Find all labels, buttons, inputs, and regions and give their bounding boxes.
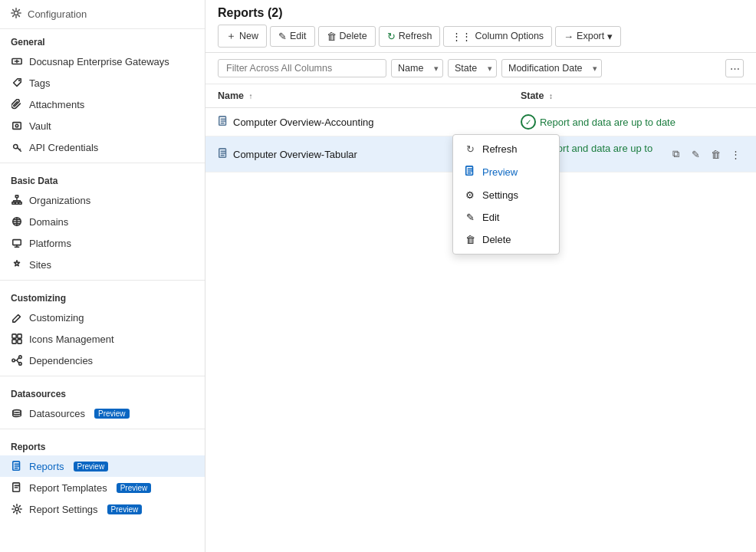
sidebar-item-report-templates[interactable]: Report Templates Preview [0, 477, 205, 498]
column-options-button[interactable]: ⋮⋮ Column Options [443, 26, 552, 47]
attachment-icon [11, 98, 23, 110]
new-label: New [239, 31, 258, 41]
sidebar-item-domains[interactable]: Domains [0, 211, 205, 232]
row-name-cell: Computer Overview-Accounting [205, 108, 508, 136]
context-menu-preview[interactable]: Preview [453, 160, 559, 184]
sidebar-item-attachments[interactable]: Attachments [0, 94, 205, 115]
svg-point-19 [13, 410, 21, 413]
context-menu-refresh[interactable]: ↻ Refresh [453, 138, 559, 160]
export-label: Export [577, 31, 604, 41]
main-header: Reports (2) ＋ New ✎ Edit 🗑 Delete ↻ Refr… [205, 0, 756, 53]
delete-label: Delete [340, 31, 367, 41]
plus-icon: ＋ [226, 29, 236, 43]
date-filter-select[interactable]: Modification Date [501, 59, 602, 77]
svg-rect-11 [13, 240, 21, 245]
sidebar-item-dependencies[interactable]: Dependencies [0, 350, 205, 371]
row-report-icon [218, 116, 228, 129]
context-item-label: Edit [482, 212, 499, 223]
context-menu-delete[interactable]: 🗑 Delete [453, 228, 559, 251]
state-filter-select[interactable]: State [448, 59, 497, 77]
state-filter-wrap: State [448, 59, 497, 77]
row-actions: ⧉ ✎ 🗑 ⋮ [667, 146, 744, 163]
row-name: Computer Overview-Accounting [233, 117, 374, 128]
sidebar-item-label: Customizing [29, 312, 84, 324]
reports-preview-badge: Preview [74, 462, 109, 472]
state-column-header[interactable]: State ↕ [508, 84, 756, 108]
filter-input[interactable] [218, 59, 386, 77]
date-filter-wrap: Modification Date [501, 59, 602, 77]
table-row[interactable]: Computer Overview-Accounting Report and … [205, 108, 756, 136]
svg-point-4 [15, 124, 18, 127]
sidebar-item-sites[interactable]: Sites [0, 254, 205, 275]
context-menu: ↻ Refresh Preview ⚙ Settings ✎ Edit 🗑 De… [452, 134, 560, 255]
domain-icon [11, 215, 23, 228]
org-icon [11, 194, 23, 206]
divider-3 [0, 376, 205, 376]
name-column-header[interactable]: Name ↑ [205, 84, 508, 108]
refresh-button[interactable]: ↻ Refresh [379, 26, 441, 47]
svg-rect-15 [18, 340, 21, 343]
column-options-label: Column Options [475, 31, 544, 41]
svg-point-5 [14, 145, 18, 149]
sidebar-item-customizing[interactable]: Customizing [0, 307, 205, 328]
section-reports: Reports [0, 434, 205, 455]
sidebar-item-label: Attachments [29, 99, 84, 110]
datasources-preview-badge: Preview [94, 409, 130, 419]
sidebar-item-label: Docusnap Enterprise Gateways [29, 56, 169, 67]
sidebar-item-reports[interactable]: Reports Preview [0, 455, 205, 477]
key-icon [11, 141, 23, 153]
new-button[interactable]: ＋ New [218, 25, 267, 48]
sidebar-item-tags[interactable]: Tags [0, 72, 205, 94]
sidebar-item-vault[interactable]: Vault [0, 115, 205, 136]
export-button[interactable]: → Export ▾ [555, 26, 621, 47]
divider-2 [0, 280, 205, 281]
preview-icon [464, 166, 476, 179]
sidebar-item-platforms[interactable]: Platforms [0, 232, 205, 254]
row-delete-button[interactable]: 🗑 [707, 146, 724, 163]
svg-point-0 [14, 11, 18, 15]
sidebar-item-label: Reports [29, 461, 64, 472]
row-more-button[interactable]: ⋮ [727, 146, 744, 163]
sidebar-item-enterprise-gateways[interactable]: Docusnap Enterprise Gateways [0, 51, 205, 72]
sidebar-item-api-credentials[interactable]: API Credentials [0, 136, 205, 158]
toolbar: ＋ New ✎ Edit 🗑 Delete ↻ Refresh ⋮⋮ Colum… [218, 25, 744, 48]
sidebar-item-icons-management[interactable]: Icons Management [0, 328, 205, 350]
sidebar-item-report-settings[interactable]: Report Settings Preview [0, 498, 205, 520]
report-icon [11, 460, 23, 472]
trash-icon: 🗑 [327, 31, 337, 42]
svg-point-22 [15, 508, 18, 511]
context-menu-settings[interactable]: ⚙ Settings [453, 184, 559, 206]
sidebar-item-label: Report Settings [29, 504, 98, 515]
context-menu-edit[interactable]: ✎ Edit [453, 206, 559, 228]
row-state-cell: Report and data are up to date [508, 108, 756, 136]
tag-icon [11, 77, 23, 89]
context-item-label: Refresh [482, 143, 518, 155]
refresh-icon: ↻ [387, 31, 396, 42]
row-edit-button[interactable]: ✎ [687, 146, 704, 163]
sidebar-item-label: Sites [29, 259, 51, 271]
context-item-label: Preview [482, 166, 518, 178]
sidebar-item-datasources[interactable]: Datasources Preview [0, 402, 205, 424]
edit-icon: ✎ [278, 31, 287, 42]
name-sort-icon: ↑ [249, 92, 253, 100]
section-customizing: Customizing [0, 285, 205, 307]
datasource-icon [11, 407, 23, 419]
name-filter-select[interactable]: Name [391, 59, 443, 77]
config-icon [11, 8, 21, 21]
edit-button[interactable]: ✎ Edit [270, 26, 315, 47]
row-copy-button[interactable]: ⧉ [667, 146, 684, 163]
sidebar-item-organizations[interactable]: Organizations [0, 189, 205, 211]
context-item-label: Settings [482, 189, 518, 201]
icons-icon [11, 333, 23, 345]
dep-icon [11, 354, 23, 366]
sidebar-item-label: Platforms [29, 238, 71, 249]
sidebar-item-label: Datasources [29, 408, 85, 419]
vault-icon [11, 120, 23, 132]
sidebar-item-label: Tags [29, 77, 50, 89]
state-badge: Report and data are up to date [521, 114, 675, 130]
filter-more-button[interactable]: ⋯ [725, 59, 744, 77]
delete-button[interactable]: 🗑 Delete [318, 26, 376, 47]
context-item-label: Delete [482, 234, 511, 245]
platform-icon [11, 237, 23, 249]
export-chevron-icon: ▾ [607, 31, 613, 42]
